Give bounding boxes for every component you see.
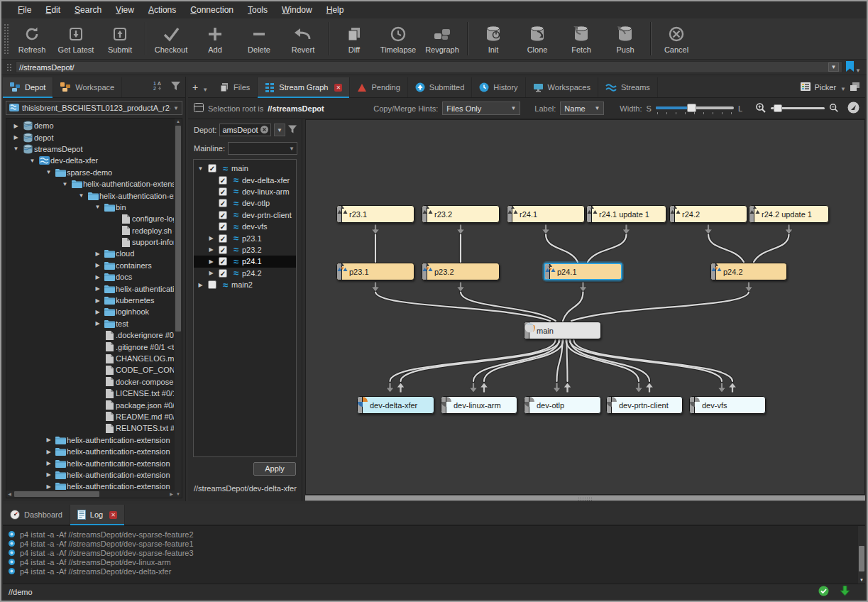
tree-row[interactable]: configure-login-ho <box>6 213 174 224</box>
tree-row[interactable]: ▶demo <box>6 120 174 131</box>
tree-row[interactable]: ▶cloud <box>6 248 174 259</box>
expand-icon[interactable]: ▶ <box>92 285 103 292</box>
tree-row[interactable]: ▶helix-authentication-extension <box>6 481 174 490</box>
hscroll-thumb[interactable] <box>14 491 99 497</box>
stream-node-p24.1[interactable]: p24.1 <box>544 263 622 280</box>
revert-button[interactable]: Revert <box>281 18 325 59</box>
stream-node-dev-vfs[interactable]: dev-vfs <box>689 396 766 414</box>
tab-depot[interactable]: Depot <box>3 77 53 97</box>
zoom-slider-thumb[interactable] <box>774 104 782 112</box>
stream-filter-icon[interactable] <box>288 125 297 136</box>
pan-navigator-icon[interactable] <box>847 102 859 115</box>
stream-tree-row[interactable]: ✓≈dev-delta-xfer <box>194 174 296 185</box>
collapse-icon[interactable]: ▼ <box>43 169 54 175</box>
stream-tree-row[interactable]: ✓≈dev-vfs <box>194 221 296 232</box>
tree-row[interactable]: ▶helix-authentication-extension <box>6 434 174 446</box>
tree-row[interactable]: LICENSE.txt #0/1 <text> <box>6 388 174 399</box>
collapse-icon[interactable]: ▼ <box>27 158 38 164</box>
tree-row[interactable]: ▼helix-authentication-extension <box>6 178 174 190</box>
diff-button[interactable]: Diff <box>332 18 376 59</box>
apply-button[interactable]: Apply <box>253 462 296 476</box>
tree-row[interactable]: .dockerignore #0/1 <te <box>6 329 174 341</box>
menu-item-window[interactable]: Window <box>275 2 319 18</box>
stream-node-p24.2[interactable]: p24.2 <box>710 263 787 280</box>
tree-row[interactable]: .gitignore #0/1 <text> <box>6 341 174 352</box>
menu-item-view[interactable]: View <box>109 2 141 18</box>
tab-dashboard[interactable]: Dashboard <box>3 505 70 525</box>
expand-icon[interactable]: ▶ <box>92 262 103 268</box>
tree-row[interactable]: docker-compose.yml # <box>6 376 174 388</box>
stream-node-r24.2[interactable]: r24.2 <box>669 205 747 223</box>
log-vscroll-thumb[interactable] <box>859 546 864 571</box>
command-input[interactable]: //demo <box>9 588 33 596</box>
vscroll-thumb[interactable] <box>175 126 181 332</box>
menu-item-edit[interactable]: Edit <box>39 2 67 18</box>
stream-checkbox[interactable]: ✓ <box>219 199 227 207</box>
scroll-right-icon[interactable]: ▶ <box>168 491 175 498</box>
addressbar-drag-handle[interactable] <box>6 62 11 72</box>
init-button[interactable]: Init <box>471 18 515 59</box>
stream-checkbox[interactable]: ✓ <box>219 176 227 185</box>
tree-row[interactable]: ▶depot <box>6 131 174 143</box>
checkout-button[interactable]: Checkout <box>149 18 193 59</box>
stream-tree-row[interactable]: ▶✓≈p24.2 <box>194 268 296 279</box>
tab-pending[interactable]: Pending <box>350 77 407 97</box>
stream-node-r24.2u1[interactable]: r24.2 update 1 <box>749 205 829 223</box>
selection-root-icon[interactable] <box>194 103 204 114</box>
stream-node-dev-otlp[interactable]: dev-otlp <box>524 396 601 414</box>
depot-tree-vscrollbar[interactable]: ▲ ▼ <box>175 119 182 498</box>
stream-tree-row[interactable]: ▼✓≈main <box>194 163 296 174</box>
stream-checkbox[interactable]: ✓ <box>219 257 227 266</box>
expand-icon[interactable]: ▶ <box>206 258 216 265</box>
stream-checkbox[interactable]: ✓ <box>219 222 227 231</box>
tab-files[interactable]: Files <box>212 77 258 97</box>
timelapse-button[interactable]: Timelapse <box>376 18 420 59</box>
expand-icon[interactable]: ▶ <box>195 282 206 288</box>
collapse-icon[interactable]: ▼ <box>92 204 103 210</box>
tree-row[interactable]: ▶helix-authentication-extension <box>6 469 174 481</box>
fetch-button[interactable]: Fetch <box>559 18 603 59</box>
stream-checkbox[interactable]: ✓ <box>219 187 227 196</box>
tab-stream-graph[interactable]: Stream Graph✕ <box>258 77 350 97</box>
menu-item-tools[interactable]: Tools <box>241 2 274 18</box>
clone-button[interactable]: Clone <box>515 18 559 59</box>
workspace-selector[interactable]: thisisbrent_BSCHIESTL0123_productA_r24.2… <box>6 101 182 115</box>
picker-label[interactable]: Picker <box>815 83 837 92</box>
stream-checkbox[interactable]: ✓ <box>219 211 227 219</box>
stream-node-r24.1[interactable]: r24.1 <box>507 205 585 223</box>
tree-row[interactable]: ▼streamsDepot <box>6 143 174 155</box>
picker-caret-icon[interactable]: ▼ <box>840 86 846 92</box>
address-dropdown-button[interactable]: ▼ <box>828 62 839 72</box>
menu-item-file[interactable]: File <box>11 2 38 18</box>
collapse-icon[interactable]: ▼ <box>60 181 70 187</box>
refresh-button[interactable]: Refresh <box>10 18 54 59</box>
tab-history[interactable]: History <box>472 77 525 97</box>
picker-list-icon[interactable] <box>801 82 811 92</box>
stream-node-r24.1u1[interactable]: r24.1 update 1 <box>586 205 666 223</box>
stream-node-main[interactable]: main <box>524 322 601 339</box>
tree-row[interactable]: ▶helix-authentication-ex <box>6 283 174 294</box>
tree-row[interactable]: ▶docs <box>6 271 174 283</box>
expand-icon[interactable]: ▶ <box>92 309 103 315</box>
tree-row[interactable]: CHANGELOG.md #0/1 <box>6 353 174 364</box>
depot-dropdown-button[interactable]: ▼ <box>274 124 285 136</box>
expand-icon[interactable]: ▶ <box>92 297 103 304</box>
stream-checkbox[interactable] <box>208 280 216 289</box>
stream-tree-row[interactable]: ▶✓≈p23.2 <box>194 244 296 256</box>
expand-icon[interactable]: ▶ <box>43 483 54 490</box>
address-value[interactable]: //streamsDepot/ <box>19 63 828 72</box>
filter-icon[interactable] <box>171 82 181 92</box>
menu-item-search[interactable]: Search <box>68 2 108 18</box>
expand-icon[interactable]: ▶ <box>206 270 216 276</box>
menu-item-connection[interactable]: Connection <box>184 2 240 18</box>
add-button[interactable]: Add <box>193 18 237 59</box>
close-tab-icon[interactable]: ✕ <box>334 84 342 92</box>
stream-tree-row[interactable]: ▶✓≈p23.1 <box>194 232 296 243</box>
tree-row[interactable]: ▶test <box>6 318 174 329</box>
stream-tree-row[interactable]: ✓≈dev-linux-arm <box>194 186 296 197</box>
float-window-icon[interactable] <box>850 82 859 92</box>
stream-node-r23.1[interactable]: r23.1 <box>336 205 414 223</box>
tree-row[interactable]: ▼bin <box>6 202 174 213</box>
expand-icon[interactable]: ▶ <box>206 235 216 241</box>
get-latest-button[interactable]: Get Latest <box>54 18 98 59</box>
